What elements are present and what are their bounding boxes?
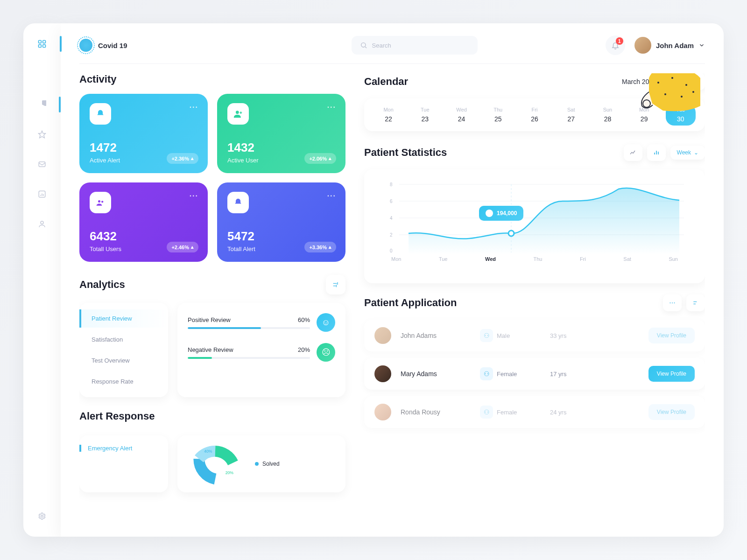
filter-button[interactable] bbox=[326, 275, 345, 294]
review-card: Positive Review60% ☺ Negative Review20% … bbox=[177, 303, 345, 397]
svg-point-8 bbox=[41, 515, 43, 518]
svg-text:40%: 40% bbox=[204, 449, 212, 454]
nav-grid-icon[interactable] bbox=[35, 37, 49, 50]
tab-test-overview[interactable]: Test Overview bbox=[79, 351, 168, 370]
user-name: John Adam bbox=[656, 42, 694, 49]
svg-rect-1 bbox=[43, 41, 46, 43]
nav-settings-icon[interactable] bbox=[35, 510, 49, 523]
svg-text:8: 8 bbox=[390, 182, 393, 187]
cal-next-button[interactable]: › bbox=[688, 73, 705, 90]
svg-point-7 bbox=[41, 221, 43, 224]
card-total-alert[interactable]: ··· 5472 Totall Alert +3.36% ▴ bbox=[217, 182, 345, 262]
header: Covid 19 Search 1 John Adam bbox=[79, 35, 705, 64]
activity-title: Activity bbox=[79, 73, 345, 85]
donut-chart: 40% 20% bbox=[185, 443, 246, 485]
svg-rect-0 bbox=[39, 41, 42, 43]
notification-button[interactable]: 1 bbox=[606, 35, 625, 55]
chevron-down-icon: ⌄ bbox=[694, 149, 698, 156]
cal-day-active[interactable]: Tue30 bbox=[666, 104, 696, 126]
cal-day[interactable]: Wed24 bbox=[448, 107, 474, 123]
virus-icon bbox=[79, 39, 92, 52]
svg-point-35 bbox=[508, 231, 514, 236]
chart-line-toggle[interactable] bbox=[624, 144, 642, 161]
frown-icon: ☹ bbox=[317, 343, 335, 362]
patients-title: Patient Application bbox=[364, 297, 457, 309]
avatar bbox=[374, 327, 391, 344]
delta-chip: +2.06% ▴ bbox=[304, 153, 336, 164]
svg-rect-3 bbox=[43, 45, 46, 48]
search-icon bbox=[360, 42, 367, 49]
view-profile-button[interactable]: View Profile bbox=[648, 404, 695, 420]
card-active-user[interactable]: ··· 1432 Active User +2.06% ▴ bbox=[217, 94, 345, 173]
delta-chip: +2.46% ▴ bbox=[167, 242, 198, 252]
svg-point-11 bbox=[98, 200, 100, 203]
main-panel: Covid 19 Search 1 John Adam Activity ···… bbox=[61, 23, 724, 537]
cal-day[interactable]: Sat27 bbox=[558, 107, 584, 123]
users-icon bbox=[90, 192, 111, 213]
nav-star-icon[interactable] bbox=[35, 128, 49, 141]
patient-row[interactable]: Mary Adams ⚇Female 17 yrs View Profile bbox=[364, 358, 705, 390]
sidebar bbox=[23, 23, 61, 537]
analytics-title: Analytics bbox=[79, 279, 125, 291]
svg-point-22 bbox=[681, 96, 683, 98]
app-title: Covid 19 bbox=[98, 42, 127, 49]
nav-pie-icon[interactable] bbox=[35, 98, 49, 111]
donut-card: 40% 20% Solved bbox=[177, 435, 345, 492]
svg-rect-5 bbox=[39, 162, 45, 167]
person-icon: ⚇ bbox=[480, 406, 493, 419]
nav-person-icon[interactable] bbox=[35, 217, 49, 231]
cal-prev-button[interactable]: ‹ bbox=[666, 73, 683, 90]
svg-rect-2 bbox=[39, 45, 42, 48]
cal-day[interactable]: Thu25 bbox=[485, 107, 511, 123]
view-profile-button[interactable]: View Profile bbox=[648, 328, 695, 343]
more-icon[interactable]: ··· bbox=[190, 103, 198, 112]
cal-day[interactable]: Mon29 bbox=[631, 107, 657, 123]
cal-day[interactable]: Tue23 bbox=[412, 107, 438, 123]
svg-text:0: 0 bbox=[390, 248, 393, 253]
period-dropdown[interactable]: Week ⌄ bbox=[670, 146, 705, 160]
view-profile-button[interactable]: View Profile bbox=[648, 366, 695, 382]
svg-point-12 bbox=[101, 201, 103, 203]
tab-patient-review[interactable]: Patient Review bbox=[79, 309, 168, 328]
app-logo[interactable]: Covid 19 bbox=[79, 39, 127, 52]
chart-bar-toggle[interactable] bbox=[647, 144, 666, 161]
patient-row[interactable]: John Adams ⚇Male 33 yrs View Profile bbox=[364, 320, 705, 351]
svg-text:6: 6 bbox=[390, 199, 393, 204]
donut-legend: Solved bbox=[255, 461, 280, 467]
svg-point-21 bbox=[664, 93, 666, 95]
svg-text:20%: 20% bbox=[226, 470, 234, 475]
more-icon[interactable]: ··· bbox=[327, 103, 336, 112]
more-icon[interactable]: ··· bbox=[327, 192, 336, 200]
cal-day[interactable]: Sun28 bbox=[594, 107, 620, 123]
filter-button[interactable] bbox=[686, 294, 705, 311]
nav-chart-icon[interactable] bbox=[35, 188, 49, 201]
more-button[interactable]: ··· bbox=[663, 294, 682, 311]
card-active-alert[interactable]: ··· 1472 Active Alert +2.36% ▴ bbox=[79, 94, 208, 173]
smile-icon: ☺ bbox=[317, 313, 335, 332]
cal-day[interactable]: Mon22 bbox=[375, 107, 402, 123]
more-icon[interactable]: ··· bbox=[190, 192, 198, 200]
avatar bbox=[374, 365, 391, 382]
notification-badge: 1 bbox=[616, 37, 623, 45]
bell-icon bbox=[227, 192, 249, 213]
chevron-down-icon bbox=[698, 42, 705, 49]
cal-day[interactable]: Fri26 bbox=[521, 107, 548, 123]
svg-marker-4 bbox=[39, 131, 46, 138]
user-menu[interactable]: John Adam bbox=[634, 37, 705, 54]
tab-emergency-alert[interactable]: Emergency Alert bbox=[79, 445, 159, 452]
card-total-users[interactable]: ··· 6432 Totall Users +2.46% ▴ bbox=[79, 182, 208, 262]
nav-mail-icon[interactable] bbox=[35, 158, 49, 171]
patient-list: John Adams ⚇Male 33 yrs View Profile Mar… bbox=[364, 320, 705, 428]
tab-satisfaction[interactable]: Satisfaction bbox=[79, 330, 168, 349]
calendar-title: Calendar bbox=[364, 76, 408, 88]
svg-point-23 bbox=[692, 91, 694, 93]
chart-tooltip: 194,000 bbox=[479, 206, 523, 221]
svg-point-9 bbox=[361, 43, 365, 47]
alert-response-title: Alert Response bbox=[79, 410, 345, 422]
bell-icon bbox=[90, 103, 111, 125]
user-plus-icon bbox=[227, 103, 249, 125]
calendar-strip[interactable]: Mon22 Tue23 Wed24 Thu25 Fri26 Sat27 Sun2… bbox=[364, 98, 705, 131]
search-input[interactable]: Search bbox=[352, 36, 478, 55]
tab-response-rate[interactable]: Response Rate bbox=[79, 372, 168, 391]
patient-row[interactable]: Ronda Rousy ⚇Female 24 yrs View Profile bbox=[364, 396, 705, 428]
